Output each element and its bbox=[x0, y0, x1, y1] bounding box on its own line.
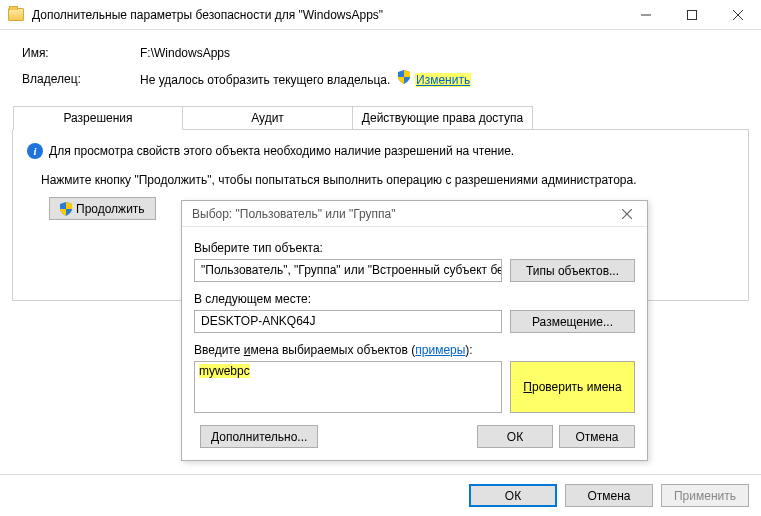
owner-text: Не удалось отобразить текущего владельца… bbox=[140, 73, 390, 87]
examples-link[interactable]: примеры bbox=[415, 343, 465, 357]
owner-value: Не удалось отобразить текущего владельца… bbox=[140, 70, 471, 87]
continue-button[interactable]: Продолжить bbox=[49, 197, 156, 220]
object-type-label: Выберите тип объекта: bbox=[194, 241, 635, 255]
close-button[interactable] bbox=[715, 0, 761, 30]
advanced-button[interactable]: Дополнительно... bbox=[200, 425, 318, 448]
enter-names-suffix: ): bbox=[465, 343, 472, 357]
minimize-button[interactable] bbox=[623, 0, 669, 30]
dialog-titlebar: Выбор: "Пользователь" или "Группа" bbox=[182, 201, 647, 227]
continue-button-label: Продолжить bbox=[76, 202, 145, 216]
object-type-field: "Пользователь", "Группа" или "Встроенный… bbox=[194, 259, 502, 282]
maximize-button[interactable] bbox=[669, 0, 715, 30]
name-value: F:\WindowsApps bbox=[140, 46, 230, 60]
main-footer: ОК Отмена Применить bbox=[0, 474, 761, 516]
info-row: i Для просмотра свойств этого объекта не… bbox=[27, 143, 734, 159]
object-name-value: mywebpc bbox=[199, 364, 250, 378]
change-owner-link[interactable]: Изменить bbox=[415, 73, 471, 87]
tab-permissions[interactable]: Разрешения bbox=[13, 106, 183, 130]
info-text: Для просмотра свойств этого объекта необ… bbox=[49, 144, 514, 158]
enter-names-mid: мена выбираемых объектов ( bbox=[250, 343, 415, 357]
select-user-dialog: Выбор: "Пользователь" или "Группа" Выбер… bbox=[181, 200, 648, 461]
owner-label: Владелец: bbox=[22, 72, 140, 86]
location-label: В следующем месте: bbox=[194, 292, 635, 306]
info-icon: i bbox=[27, 143, 43, 159]
dialog-body: Выберите тип объекта: "Пользователь", "Г… bbox=[182, 227, 647, 460]
object-types-button[interactable]: Типы объектов... bbox=[510, 259, 635, 282]
folder-icon bbox=[8, 8, 24, 21]
name-label: Имя: bbox=[22, 46, 140, 60]
ok-button[interactable]: ОК bbox=[469, 484, 557, 507]
object-names-input[interactable]: mywebpc bbox=[194, 361, 502, 413]
tabs: Разрешения Аудит Действующие права досту… bbox=[13, 106, 748, 129]
dialog-footer: Дополнительно... ОК Отмена bbox=[194, 425, 635, 448]
dialog-ok-button[interactable]: ОК bbox=[477, 425, 553, 448]
check-names-button[interactable]: Проверить имена bbox=[510, 361, 635, 413]
name-row: Имя: F:\WindowsApps bbox=[22, 46, 749, 60]
tab-effective-access[interactable]: Действующие права доступа bbox=[353, 106, 533, 129]
dialog-close-button[interactable] bbox=[613, 204, 641, 224]
titlebar: Дополнительные параметры безопасности дл… bbox=[0, 0, 761, 30]
window-title: Дополнительные параметры безопасности дл… bbox=[32, 8, 623, 22]
dialog-title: Выбор: "Пользователь" или "Группа" bbox=[192, 207, 613, 221]
enter-names-label: Введите имена выбираемых объектов (приме… bbox=[194, 343, 635, 357]
svg-rect-1 bbox=[688, 10, 697, 19]
cancel-button[interactable]: Отмена bbox=[565, 484, 653, 507]
dialog-cancel-button[interactable]: Отмена bbox=[559, 425, 635, 448]
locations-button[interactable]: Размещение... bbox=[510, 310, 635, 333]
apply-button: Применить bbox=[661, 484, 749, 507]
shield-icon bbox=[60, 202, 72, 216]
location-field: DESKTOP-ANKQ64J bbox=[194, 310, 502, 333]
tab-audit[interactable]: Аудит bbox=[183, 106, 353, 129]
owner-row: Владелец: Не удалось отобразить текущего… bbox=[22, 70, 749, 87]
shield-icon bbox=[398, 70, 410, 84]
instruction-text: Нажмите кнопку "Продолжить", чтобы попыт… bbox=[41, 173, 734, 187]
enter-names-prefix: Введите bbox=[194, 343, 244, 357]
